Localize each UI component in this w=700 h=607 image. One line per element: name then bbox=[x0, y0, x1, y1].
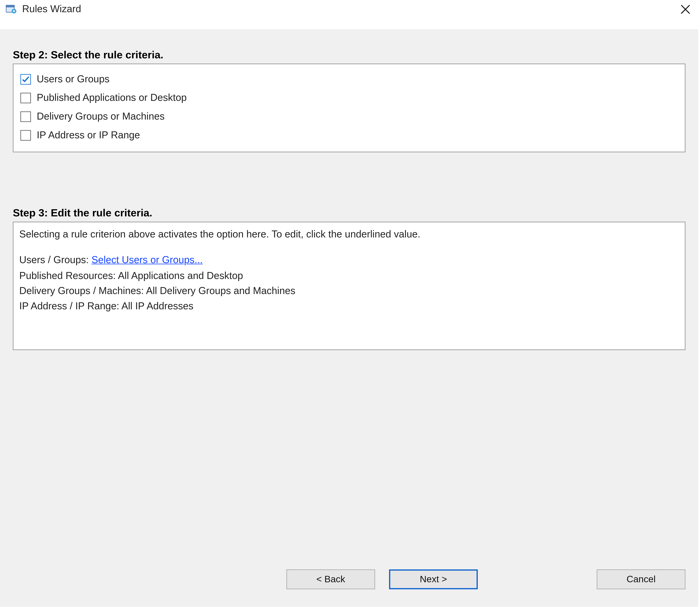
nav-button-group: < Back Next > bbox=[287, 569, 478, 589]
wizard-body: Step 2: Select the rule criteria. Users … bbox=[0, 29, 698, 607]
rules-wizard-window: Rules Wizard Step 2: Select the rule cri… bbox=[0, 0, 700, 607]
criteria-row-delivery-groups[interactable]: Delivery Groups or Machines bbox=[19, 107, 679, 126]
svg-rect-1 bbox=[6, 5, 14, 7]
window-title: Rules Wizard bbox=[22, 3, 81, 15]
criteria-label: Delivery Groups or Machines bbox=[37, 111, 165, 123]
edit-users-label: Users / Groups: bbox=[19, 255, 91, 266]
edit-delivery-value: All Delivery Groups and Machines bbox=[146, 285, 295, 296]
criteria-label: IP Address or IP Range bbox=[37, 129, 140, 141]
wizard-button-row: < Back Next > Cancel bbox=[13, 569, 685, 589]
criteria-row-published-applications[interactable]: Published Applications or Desktop bbox=[19, 89, 679, 107]
edit-line-users: Users / Groups: Select Users or Groups..… bbox=[19, 253, 679, 268]
edit-ip-label: IP Address / IP Range: bbox=[19, 300, 122, 312]
checkbox-delivery-groups[interactable] bbox=[20, 111, 31, 122]
app-icon bbox=[6, 4, 17, 15]
step3-heading: Step 3: Edit the rule criteria. bbox=[13, 207, 685, 219]
spacer bbox=[13, 152, 685, 205]
checkbox-users-or-groups[interactable] bbox=[20, 74, 31, 85]
criteria-row-ip-address[interactable]: IP Address or IP Range bbox=[19, 126, 679, 145]
checkbox-published-applications[interactable] bbox=[20, 93, 31, 103]
titlebar: Rules Wizard bbox=[0, 0, 700, 16]
cancel-wrap: Cancel bbox=[597, 569, 685, 589]
edit-published-value: All Applications and Desktop bbox=[118, 270, 243, 281]
criteria-label: Users or Groups bbox=[37, 74, 109, 85]
checkbox-ip-address[interactable] bbox=[20, 130, 31, 141]
next-button[interactable]: Next > bbox=[389, 569, 478, 589]
criteria-row-users-or-groups[interactable]: Users or Groups bbox=[19, 70, 679, 89]
cancel-button[interactable]: Cancel bbox=[597, 569, 685, 589]
edit-delivery-label: Delivery Groups / Machines: bbox=[19, 285, 146, 296]
step2-heading: Step 2: Select the rule criteria. bbox=[13, 49, 685, 61]
edit-ip-value: All IP Addresses bbox=[122, 300, 194, 312]
edit-published-label: Published Resources: bbox=[19, 270, 118, 281]
edit-line-published: Published Resources: All Applications an… bbox=[19, 268, 679, 284]
edit-hint: Selecting a rule criterion above activat… bbox=[19, 227, 679, 243]
titlebar-left: Rules Wizard bbox=[6, 3, 81, 15]
edit-line-ip: IP Address / IP Range: All IP Addresses bbox=[19, 299, 679, 314]
criteria-label: Published Applications or Desktop bbox=[37, 92, 187, 104]
edit-criteria-box: Selecting a rule criterion above activat… bbox=[13, 222, 685, 350]
select-users-link[interactable]: Select Users or Groups... bbox=[91, 255, 203, 266]
close-button[interactable] bbox=[678, 3, 693, 15]
back-button[interactable]: < Back bbox=[287, 569, 375, 589]
edit-line-delivery: Delivery Groups / Machines: All Delivery… bbox=[19, 284, 679, 299]
criteria-list: Users or Groups Published Applications o… bbox=[13, 64, 685, 152]
